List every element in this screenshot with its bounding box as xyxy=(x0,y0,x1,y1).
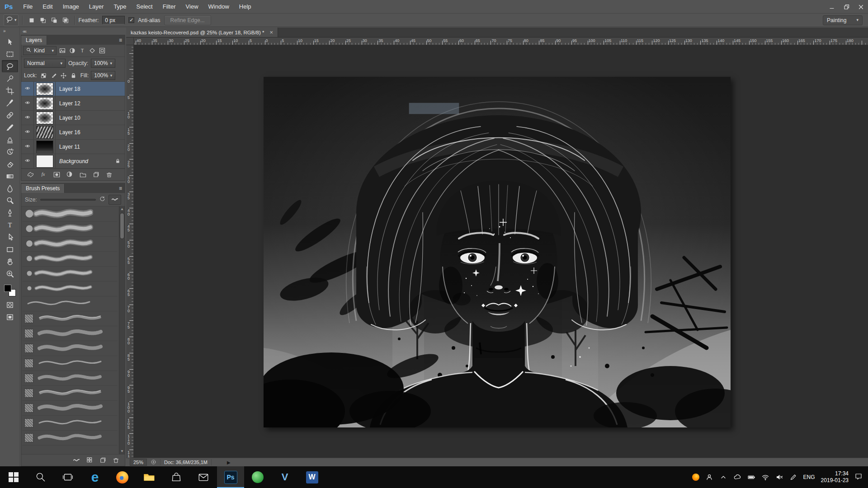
hidden-icons-icon[interactable] xyxy=(719,473,727,481)
brush-preset[interactable] xyxy=(22,252,118,267)
new-layer-button[interactable] xyxy=(91,170,100,179)
lock-pixels-icon[interactable] xyxy=(49,71,58,80)
move-tool[interactable] xyxy=(2,36,18,48)
brush-preset[interactable] xyxy=(22,326,118,341)
layer-visibility-toggle[interactable] xyxy=(21,111,34,125)
lasso-tool[interactable] xyxy=(2,60,18,72)
new-selection-button[interactable] xyxy=(26,15,37,25)
menu-type[interactable]: Type xyxy=(108,0,131,13)
taskbar-word[interactable]: W xyxy=(298,466,326,488)
type-tool[interactable]: T xyxy=(2,219,18,231)
eraser-tool[interactable] xyxy=(2,158,18,170)
pixel-filter-icon[interactable] xyxy=(58,46,67,55)
scroll-up-icon[interactable]: ▲ xyxy=(119,206,125,212)
history-brush-tool[interactable] xyxy=(2,145,18,158)
color-swatches[interactable] xyxy=(4,284,16,297)
brush-preset[interactable] xyxy=(22,371,118,386)
brush-preset[interactable] xyxy=(22,311,118,326)
shape-filter-icon[interactable] xyxy=(88,46,97,55)
taskbar-v-app[interactable]: V xyxy=(271,466,298,488)
panel-menu-icon[interactable]: ≡ xyxy=(119,37,122,43)
reset-icon[interactable] xyxy=(99,196,105,204)
layer-row[interactable]: Layer 18 xyxy=(21,82,125,96)
collapse-tools-button[interactable]: » xyxy=(0,28,19,35)
adjustment-layer-button[interactable] xyxy=(65,170,74,179)
menu-file[interactable]: File xyxy=(18,0,38,13)
new-preset-button[interactable] xyxy=(98,456,107,465)
lock-position-icon[interactable] xyxy=(59,71,68,80)
menu-edit[interactable]: Edit xyxy=(38,0,57,13)
scrollbar-thumb[interactable] xyxy=(120,213,124,239)
quick-select-tool[interactable] xyxy=(2,72,18,84)
brush-preset[interactable] xyxy=(22,401,118,416)
blend-mode-select[interactable]: Normal▾ xyxy=(24,59,66,68)
brush-preset[interactable] xyxy=(22,296,118,311)
foreground-color-swatch[interactable] xyxy=(4,285,11,292)
scrollbar[interactable]: ▲ ▼ xyxy=(119,206,125,454)
menu-layer[interactable]: Layer xyxy=(84,0,109,13)
taskbar-green-app[interactable] xyxy=(244,466,271,488)
layer-visibility-toggle[interactable] xyxy=(21,154,34,168)
lock-transparency-icon[interactable] xyxy=(39,71,48,80)
restore-button[interactable] xyxy=(839,0,854,14)
stroke-preview-button[interactable] xyxy=(72,456,81,465)
taskbar-firefox[interactable] xyxy=(108,466,136,488)
marquee-tool[interactable] xyxy=(2,48,18,60)
horizontal-ruler[interactable]: 4035302520151050510152025303540455055606… xyxy=(134,38,868,45)
brush-preset[interactable] xyxy=(22,416,118,431)
stamp-tool[interactable] xyxy=(2,133,18,145)
zoom-level[interactable]: 25% xyxy=(130,459,147,466)
add-selection-button[interactable] xyxy=(38,15,48,25)
taskbar-mail[interactable] xyxy=(190,466,217,488)
menu-view[interactable]: View xyxy=(181,0,203,13)
panel-menu-icon[interactable]: ≡ xyxy=(119,185,122,192)
canvas[interactable] xyxy=(264,77,731,427)
brush-preset[interactable] xyxy=(22,356,118,371)
taskbar-photoshop[interactable]: Ps xyxy=(217,466,244,488)
layer-visibility-toggle[interactable] xyxy=(21,140,34,154)
taskbar-edge[interactable]: e xyxy=(81,466,108,488)
brush-presets-tab[interactable]: Brush Presets xyxy=(21,184,65,193)
hand-tool[interactable] xyxy=(2,255,18,267)
close-tab-icon[interactable]: × xyxy=(269,29,273,36)
ruler-origin[interactable] xyxy=(126,38,134,45)
brush-preset[interactable] xyxy=(22,386,118,401)
workspace-switcher[interactable]: Painting ▾ xyxy=(823,15,863,25)
layer-visibility-toggle[interactable] xyxy=(21,82,34,96)
brush-size-slider[interactable] xyxy=(40,199,96,201)
crop-tool[interactable] xyxy=(2,84,18,97)
eyedropper-tool[interactable] xyxy=(2,97,18,109)
vertical-ruler[interactable]: 051 01 52 02 53 03 54 04 55 05 56 06 57 … xyxy=(126,45,134,458)
path-select-tool[interactable] xyxy=(2,231,18,243)
layer-row[interactable]: Layer 10 xyxy=(21,111,125,125)
menu-help[interactable]: Help xyxy=(234,0,256,13)
healing-tool[interactable] xyxy=(2,109,18,121)
type-filter-icon[interactable]: T xyxy=(78,46,87,55)
brush-preset[interactable] xyxy=(22,237,118,252)
adjustment-filter-icon[interactable] xyxy=(68,46,77,55)
collapse-panels-button[interactable]: «« xyxy=(21,29,26,34)
feather-input[interactable]: 0 px xyxy=(102,16,125,24)
doc-size-info[interactable]: Doc: 36,6M/235,1M xyxy=(160,459,212,465)
brush-preset[interactable] xyxy=(22,431,118,446)
lock-all-icon[interactable] xyxy=(69,71,78,80)
taskbar-start[interactable] xyxy=(0,466,27,488)
language-indicator[interactable]: ENG xyxy=(803,474,815,480)
preset-grid-button[interactable] xyxy=(85,456,94,465)
fill-select[interactable]: 100%▾ xyxy=(91,71,115,80)
minimize-button[interactable] xyxy=(825,0,839,14)
onedrive-icon[interactable] xyxy=(733,473,741,481)
quick-mask-button[interactable] xyxy=(2,299,18,311)
taskbar-store[interactable] xyxy=(163,466,190,488)
dodge-tool[interactable] xyxy=(2,194,18,206)
network-icon[interactable] xyxy=(761,473,769,481)
layer-row[interactable]: Layer 16 xyxy=(21,125,125,140)
action-center-icon[interactable] xyxy=(854,472,863,482)
volume-muted-icon[interactable] xyxy=(775,473,783,481)
gradient-tool[interactable] xyxy=(2,170,18,182)
layer-visibility-toggle[interactable] xyxy=(21,125,34,139)
blur-tool[interactable] xyxy=(2,182,18,194)
shape-tool[interactable] xyxy=(2,243,18,255)
menu-window[interactable]: Window xyxy=(203,0,234,13)
layer-mask-button[interactable] xyxy=(52,170,61,179)
